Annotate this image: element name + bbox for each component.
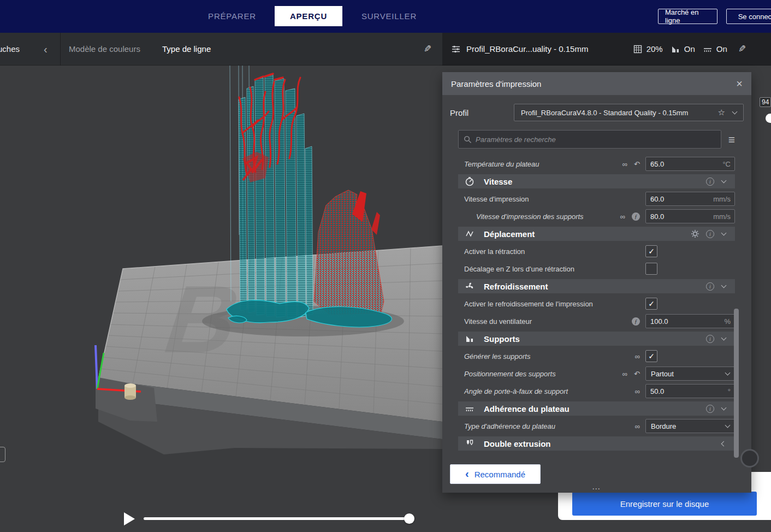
selected-value: Bordure	[651, 422, 726, 430]
layer-slider-handle[interactable]	[766, 114, 771, 123]
category-label: Double extrusion	[484, 439, 722, 448]
sign-in-button[interactable]: Se connecter	[726, 9, 771, 24]
value-input[interactable]	[646, 212, 713, 221]
color-scheme-dropdown[interactable]: Type de ligne	[162, 33, 211, 66]
category-supports[interactable]: Supports i	[458, 332, 735, 346]
info-icon[interactable]: i	[706, 405, 714, 413]
adhesion-icon	[465, 404, 475, 413]
gear-icon[interactable]	[691, 229, 699, 238]
adhesion-icon	[703, 44, 713, 54]
edit-setup-icon[interactable]: ✎	[738, 43, 746, 55]
timeline-knob[interactable]	[404, 513, 414, 524]
cura-application-window: B	[0, 0, 771, 532]
infill-value: 20%	[647, 44, 663, 54]
retraction-checkbox[interactable]: ✓	[645, 245, 657, 257]
save-to-disk-button[interactable]: Enregistrer sur le disque	[572, 492, 757, 516]
category-speed[interactable]: Vitesse i	[458, 174, 735, 188]
chevron-down-icon	[721, 178, 727, 184]
value-input[interactable]	[646, 387, 728, 395]
setting-label: Activer la rétraction	[464, 247, 645, 256]
setting-label: Angle de porte-à-faux de support	[464, 387, 635, 395]
info-icon[interactable]: i	[706, 335, 714, 343]
drag-handle-icon[interactable]: ⋯	[442, 485, 751, 493]
simulation-timeline[interactable]	[144, 517, 412, 520]
recommended-label: Recommandé	[475, 470, 525, 479]
unit-label: °C	[722, 160, 734, 168]
chevron-down-icon	[721, 283, 727, 288]
profile-dropdown[interactable]: Profil_RBoraCuraV4.8.0 - Standard Qualit…	[514, 104, 744, 121]
marketplace-button[interactable]: Marché en ligne	[658, 9, 717, 24]
revert-icon[interactable]: ↶	[634, 370, 640, 377]
recommended-mode-button[interactable]: ‹ Recommandé	[450, 464, 541, 484]
prime-tower-object	[124, 383, 136, 400]
chevron-down-icon	[721, 405, 727, 411]
info-icon[interactable]: i	[706, 178, 714, 186]
supports-icon	[465, 334, 475, 344]
star-icon[interactable]: ☆	[718, 108, 725, 117]
setting-row-fan-speed: Vitesse du ventilateur ƒ %	[458, 312, 735, 330]
print-setup-header[interactable]: Profil_RBoraCur...uality - 0.15mm 20% On…	[442, 33, 771, 66]
z-hop-checkbox[interactable]	[645, 263, 657, 275]
chevron-down-icon	[721, 335, 727, 341]
category-label: Déplacement	[484, 229, 691, 239]
check-icon: ✓	[648, 247, 655, 256]
close-icon[interactable]: ×	[736, 78, 743, 90]
category-label: Vitesse	[484, 177, 706, 186]
overhang-angle-input[interactable]: °	[645, 384, 735, 398]
back-chevron-icon: ‹	[465, 468, 469, 479]
settings-search[interactable]	[458, 130, 721, 149]
support-placement-select[interactable]: Partout	[645, 367, 735, 381]
link-icon: ∞	[635, 423, 640, 430]
profile-row: Profil Profil_RBoraCuraV4.8.0 - Standard…	[450, 104, 744, 121]
setting-label: Vitesse du ventilateur	[464, 317, 632, 326]
fan-speed-input[interactable]: %	[645, 314, 735, 328]
link-icon: ∞	[635, 388, 640, 395]
generate-support-checkbox[interactable]: ✓	[645, 350, 657, 362]
category-label: Adhérence du plateau	[484, 404, 706, 413]
setting-row-adhesion-type: Type d'adhérence du plateau ∞ Bordure	[458, 417, 735, 435]
category-label: Supports	[484, 334, 706, 344]
info-icon[interactable]: i	[706, 282, 714, 291]
cooling-checkbox[interactable]: ✓	[645, 298, 657, 310]
tab-monitor[interactable]: SURVEILLER	[355, 0, 423, 33]
adhesion-type-select[interactable]: Bordure	[645, 419, 735, 433]
toolbar-divider	[60, 33, 61, 66]
setting-row-support-placement: Positionnement des supports ∞ ↶ Partout	[458, 365, 735, 382]
category-dual-extrusion[interactable]: Double extrusion	[458, 436, 735, 451]
category-cooling[interactable]: Refroidissement i	[458, 279, 735, 293]
category-adhesion[interactable]: Adhérence du plateau i	[458, 401, 735, 416]
play-button[interactable]	[124, 512, 135, 525]
support-speed-input[interactable]: mm/s	[645, 209, 735, 223]
settings-menu-icon[interactable]: ≡	[728, 134, 735, 145]
search-icon	[464, 135, 472, 144]
setting-row-enable-retraction: Activer la rétraction ✓	[458, 243, 735, 260]
action-panel-circle-button[interactable]	[740, 449, 759, 468]
value-input[interactable]	[646, 317, 724, 326]
setting-row-z-hop: Décalage en Z lors d'une rétraction	[458, 260, 735, 277]
edit-view-icon[interactable]: ✎	[424, 33, 431, 66]
panel-scrollbar[interactable]	[734, 309, 739, 458]
bed-temperature-input[interactable]: °C	[645, 157, 735, 171]
speed-icon	[465, 176, 475, 186]
collapse-chevron-icon[interactable]: ‹	[44, 33, 48, 66]
chevron-down-icon	[721, 230, 727, 236]
category-travel[interactable]: Déplacement i	[458, 227, 735, 241]
print-speed-input[interactable]: mm/s	[645, 192, 735, 206]
info-icon[interactable]: i	[706, 230, 714, 238]
profile-value: Profil_RBoraCuraV4.8.0 - Standard Qualit…	[521, 109, 714, 117]
dual-extrusion-icon	[465, 439, 475, 448]
setting-row-print-speed: Vitesse d'impression mm/s	[458, 190, 735, 208]
link-icon: ∞	[620, 213, 625, 220]
tab-preview[interactable]: APERÇU	[275, 6, 342, 26]
setting-label: Vitesse d'impression des supports	[476, 212, 620, 221]
value-input[interactable]	[646, 195, 713, 203]
unit-label: %	[724, 317, 734, 326]
view-mode-selector[interactable]: uches	[0, 33, 20, 66]
tab-prepare[interactable]: PRÉPARER	[199, 0, 265, 33]
chevron-left-icon	[721, 441, 727, 446]
search-input[interactable]	[476, 135, 716, 144]
main-header: PRÉPARER APERÇU SURVEILLER Marché en lig…	[0, 0, 771, 33]
revert-icon[interactable]: ↶	[634, 161, 640, 168]
setting-row-enable-cooling: Activer le refroidissement de l'impressi…	[458, 295, 735, 312]
value-input[interactable]	[646, 160, 722, 168]
